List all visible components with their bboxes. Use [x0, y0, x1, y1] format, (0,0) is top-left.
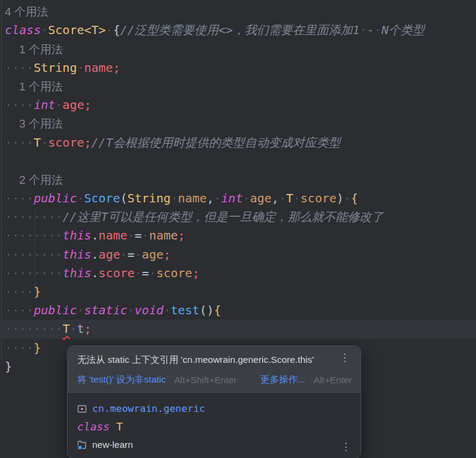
code-token-type: String — [128, 191, 171, 205]
code-token-field: name — [99, 228, 128, 242]
code-line: ········this.score·=·score; — [0, 264, 476, 283]
code-token-plain: ········ — [5, 210, 62, 224]
code-line: 4 个用法 — [0, 2, 476, 21]
code-token-plain: · — [163, 303, 171, 317]
code-token-param: score — [301, 191, 336, 205]
code-token-field: name — [84, 60, 113, 75]
code-token-type: Score<T> — [48, 23, 105, 37]
code-token-semi: ; — [192, 266, 199, 280]
code-token-braceY: } — [34, 284, 41, 299]
code-token-plain: . — [92, 228, 99, 242]
code-token-type: T — [286, 191, 293, 205]
code-token-plain: ···· — [5, 284, 34, 299]
code-token-fn: test — [171, 303, 199, 317]
code-token-plain: . — [92, 247, 99, 262]
class-keyword: class — [77, 420, 110, 433]
code-line: 2 个用法 — [0, 171, 476, 189]
code-token-plain — [5, 116, 19, 131]
code-token-cmt: //泛型类需要使用<>，我们需要在里面添加1·-·N个类型 — [120, 23, 425, 37]
package-row[interactable]: cn.meowrain.generic — [77, 400, 352, 417]
class-name: T — [116, 420, 123, 433]
code-token-param: age — [250, 191, 271, 205]
code-token-type: T — [34, 135, 41, 150]
code-line: ····} — [0, 283, 476, 301]
code-token-hint: 3 个用法 — [19, 117, 63, 130]
code-token-semi: ; — [84, 135, 92, 150]
code-token-plain — [5, 42, 19, 56]
code-token-plain: · — [41, 135, 48, 150]
code-token-hint: 2 个用法 — [19, 174, 63, 186]
code-token-plain: · — [242, 191, 250, 205]
code-line: 1 个用法 — [0, 40, 476, 59]
code-token-plain: · — [77, 303, 84, 317]
code-token-plain: ·=· — [128, 228, 149, 242]
code-token-field: score — [99, 266, 135, 280]
module-icon — [77, 440, 87, 450]
code-token-plain: ·{ — [106, 23, 120, 37]
code-token-errT: T — [62, 321, 69, 336]
code-token-plain: ········ — [5, 247, 62, 262]
code-token-plain — [5, 172, 19, 187]
code-token-plain: · — [128, 303, 135, 317]
kebab-menu-icon[interactable]: ⋮ — [337, 353, 352, 363]
module-name: new-learn — [92, 439, 133, 450]
code-token-plain: · — [77, 60, 84, 75]
code-token-semi: ; — [113, 60, 120, 75]
code-line: 1 个用法 — [0, 77, 476, 96]
code-token-kw: this — [62, 247, 91, 262]
code-token-braceY: { — [351, 191, 358, 205]
code-token-plain: ·=· — [135, 266, 156, 280]
code-token-plain — [5, 79, 19, 93]
code-token-kw: public — [34, 191, 77, 205]
code-editor[interactable]: }4 个用法class·Score<T>·{//泛型类需要使用<>，我们需要在里… — [0, 0, 476, 458]
code-line: ····T·score;//T会根据使用时提供的类型自动变成对应类型 — [0, 134, 476, 152]
code-token-semi: ; — [84, 98, 91, 112]
code-line: ········this.age·=·age; — [0, 245, 476, 264]
error-message: 无法从 static 上下文引用 'cn.meowrain.generic.Sc… — [77, 353, 337, 366]
code-line — [0, 152, 476, 171]
code-token-plain: ,· — [207, 191, 221, 205]
code-line: ····String·name; — [0, 59, 476, 77]
code-line-current: ········T·t; — [0, 320, 476, 338]
error-tooltip-section: 无法从 static 上下文引用 'cn.meowrain.generic.Sc… — [68, 346, 360, 393]
code-token-hint: 1 个用法 — [19, 43, 63, 56]
code-token-kw: public — [34, 303, 77, 317]
code-token-semi: ; — [178, 228, 185, 242]
code-token-param: name — [149, 228, 178, 242]
code-token-type: String — [34, 60, 77, 75]
code-token-plain: ···· — [5, 98, 34, 112]
code-line: ········//这里T可以是任何类型，但是一旦确定，那么就不能修改了 — [0, 208, 476, 226]
code-token-plain: ········ — [5, 228, 62, 242]
code-token-braceY: } — [34, 341, 41, 355]
module-row: new-learn ⋮ — [77, 436, 352, 453]
code-token-plain: ( — [120, 191, 128, 205]
code-token-plain: ,· — [272, 191, 286, 205]
error-tooltip-popup: 无法从 static 上下文引用 'cn.meowrain.generic.Sc… — [67, 345, 361, 458]
code-token-plain: . — [92, 266, 99, 280]
code-token-plain: ···· — [5, 303, 34, 317]
quickfix-shortcut: Alt+Shift+Enter — [174, 375, 237, 386]
more-actions-link[interactable]: 更多操作... — [260, 374, 305, 386]
code-token-plain: ·=· — [120, 247, 142, 262]
code-token-plain: · — [77, 191, 84, 205]
code-token-plain: ···· — [5, 135, 34, 150]
code-token-param: age — [142, 247, 163, 262]
code-token-param: score — [156, 266, 192, 280]
code-token-cmt: //T会根据使用时提供的类型自动变成对应类型 — [92, 135, 341, 150]
kebab-menu-icon-bottom[interactable]: ⋮ — [338, 442, 353, 452]
code-token-semi: ; — [163, 247, 171, 262]
package-name[interactable]: cn.meowrain.generic — [92, 403, 205, 414]
code-token-plain: ···· — [5, 60, 34, 75]
code-token-kw: this — [62, 228, 91, 242]
code-token-field: age — [62, 98, 84, 112]
code-token-plain: ···· — [5, 341, 34, 355]
code-token-plain: ········ — [5, 321, 62, 336]
code-token-kw: int — [221, 191, 242, 205]
package-icon — [77, 404, 87, 414]
code-token-field: score — [48, 135, 84, 150]
code-token-plain: } — [5, 359, 12, 374]
code-token-plain: · — [293, 191, 301, 205]
code-token-fn: Score — [84, 191, 120, 205]
code-token-plain: ········ — [5, 266, 62, 280]
quickfix-link[interactable]: 将 'test()' 设为非static — [77, 374, 166, 386]
